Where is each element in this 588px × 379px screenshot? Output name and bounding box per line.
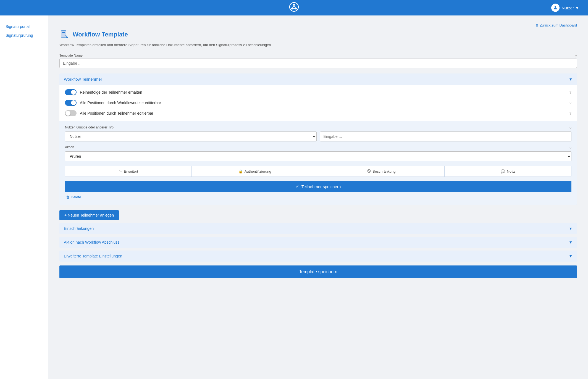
svg-point-2: [291, 7, 293, 9]
aktion-label: Aktion: [65, 145, 74, 149]
sidebar-item-signaturportal[interactable]: Signaturportal: [0, 22, 48, 31]
aktion-help[interactable]: ?: [569, 146, 571, 150]
toggle-row-teilnehmer: Alle Positionen durch Teilnehmer editier…: [65, 110, 571, 116]
erweiterte-header[interactable]: Erweiterte Template Einstellungen ▼: [59, 251, 577, 262]
einschraenkungen-section: Einschränkungen ▼: [59, 223, 577, 234]
toggle-teilnehmer-knob: [65, 111, 70, 116]
svg-point-3: [295, 7, 297, 9]
svg-line-4: [293, 6, 294, 8]
participant-form: Nutzer, Gruppe oder anderer Typ ? Nutzer…: [59, 121, 577, 205]
beschraenkung-icon: [367, 169, 371, 174]
add-participant-button[interactable]: + Neuen Teilnehmer anlegen: [59, 210, 119, 220]
workflow-teilnehmer-title: Workflow Teilnehmer: [64, 77, 102, 81]
workflow-teilnehmer-section: Workflow Teilnehmer ▼ Reihenfolge der Te…: [59, 73, 577, 205]
svg-rect-9: [62, 32, 65, 33]
aktion-select[interactable]: Prüfen Unterschreiben Genehmigen: [65, 151, 571, 161]
tab-beschraenkung[interactable]: Beschränkung: [318, 166, 445, 177]
template-name-label-row: Template Name ?: [59, 54, 577, 59]
workflow-teilnehmer-chevron: ▼: [569, 77, 573, 81]
template-name-help[interactable]: ?: [575, 54, 577, 58]
back-to-dashboard-link[interactable]: ⊕ Zurück zum Dashboard: [536, 23, 577, 27]
erweiterte-section: Erweiterte Template Einstellungen ▼: [59, 251, 577, 262]
svg-rect-10: [62, 34, 64, 34]
page-icon: [59, 30, 69, 40]
page-description: Workflow Templates erstellen und mehrere…: [59, 43, 577, 47]
aktion-chevron: ▼: [569, 240, 573, 244]
sidebar: Signaturportal Signaturprüfung: [0, 15, 48, 379]
aktion-title: Aktion nach Workflow Abschluss: [64, 240, 119, 244]
toggle-workflownutzer-knob: [71, 100, 76, 105]
template-name-label: Template Name: [59, 54, 83, 57]
tab-beschraenkung-label: Beschränkung: [372, 169, 395, 173]
svg-point-1: [293, 4, 295, 6]
toggle-reihenfolge-help[interactable]: ?: [569, 90, 571, 94]
toggle-workflownutzer[interactable]: [65, 100, 77, 106]
main-content: ⊕ Zurück zum Dashboard Workflow Template…: [48, 15, 588, 379]
aktion-group: Aktion ? Prüfen Unterschreiben Genehmige…: [65, 145, 571, 161]
tab-erweitert[interactable]: 〜 Erweitert: [65, 166, 192, 177]
page-header: Workflow Template: [59, 30, 577, 40]
toggle-teilnehmer[interactable]: [65, 110, 77, 116]
tab-notiz-label: Notiz: [507, 169, 515, 173]
toggle-reihenfolge[interactable]: [65, 89, 77, 95]
authentifizierung-icon: 🔒: [238, 169, 243, 173]
user-avatar: [551, 4, 560, 12]
back-icon: ⊕: [536, 23, 539, 27]
save-participant-label: Teilnehmer speichern: [301, 184, 341, 189]
workflow-teilnehmer-header[interactable]: Workflow Teilnehmer ▼: [59, 73, 577, 85]
save-participant-button[interactable]: ✓ Teilnehmer speichern: [65, 181, 571, 192]
sidebar-item-signaturpruefung[interactable]: Signaturprüfung: [0, 31, 48, 40]
svg-line-13: [368, 170, 370, 172]
toggle-workflownutzer-help[interactable]: ?: [569, 101, 571, 105]
name-input[interactable]: [320, 131, 572, 141]
delete-icon: 🗑: [66, 195, 70, 199]
tab-authentifizierung[interactable]: 🔒 Authentifizierung: [192, 166, 318, 177]
topnav: Nutzer ▼: [0, 0, 588, 15]
toggle-teilnehmer-label: Alle Positionen durch Teilnehmer editier…: [80, 111, 153, 115]
type-label: Nutzer, Gruppe oder anderer Typ: [65, 125, 114, 129]
participant-tabs: 〜 Erweitert 🔒 Authentifizierung Beschrän…: [65, 166, 571, 177]
svg-line-5: [294, 6, 296, 8]
delete-label: Delete: [71, 195, 81, 199]
erweitert-icon: 〜: [119, 169, 122, 174]
einschraenkungen-header[interactable]: Einschränkungen ▼: [59, 223, 577, 234]
tab-authentifizierung-label: Authentifizierung: [245, 169, 271, 173]
save-participant-icon: ✓: [296, 184, 299, 189]
aktion-header[interactable]: Aktion nach Workflow Abschluss ▼: [59, 237, 577, 248]
toggles-area: Reihenfolge der Teilnehmer erhalten ? Al…: [59, 85, 577, 121]
aktion-section: Aktion nach Workflow Abschluss ▼: [59, 237, 577, 248]
erweiterte-chevron: ▼: [569, 254, 573, 258]
toggle-workflownutzer-label: Alle Positionen durch Workflownutzer edi…: [80, 101, 161, 105]
toggle-reihenfolge-knob: [71, 90, 76, 95]
type-help[interactable]: ?: [569, 126, 571, 130]
type-label-row: Nutzer, Gruppe oder anderer Typ ?: [65, 125, 571, 130]
back-link-row: ⊕ Zurück zum Dashboard: [59, 23, 577, 27]
delete-participant-link[interactable]: 🗑 Delete: [65, 195, 571, 199]
user-label: Nutzer ▼: [562, 6, 579, 10]
toggle-reihenfolge-label: Reihenfolge der Teilnehmer erhalten: [80, 90, 142, 94]
type-name-row: Nutzer Gruppe Anderer Typ: [65, 131, 571, 141]
app-logo: [289, 2, 299, 14]
einschraenkungen-title: Einschränkungen: [64, 226, 94, 231]
toggle-row-workflownutzer: Alle Positionen durch Workflownutzer edi…: [65, 100, 571, 106]
toggle-teilnehmer-help[interactable]: ?: [569, 111, 571, 115]
toggle-row-reihenfolge: Reihenfolge der Teilnehmer erhalten ?: [65, 89, 571, 95]
svg-point-7: [555, 6, 556, 8]
tab-notiz[interactable]: 💬 Notiz: [445, 166, 571, 177]
template-name-input[interactable]: [59, 59, 577, 68]
type-select[interactable]: Nutzer Gruppe Anderer Typ: [65, 131, 317, 141]
template-name-group: Template Name ?: [59, 54, 577, 68]
einschraenkungen-chevron: ▼: [569, 226, 573, 231]
erweiterte-title: Erweiterte Template Einstellungen: [64, 254, 122, 258]
user-menu[interactable]: Nutzer ▼: [551, 4, 579, 12]
page-title: Workflow Template: [73, 31, 128, 38]
template-save-button[interactable]: Template speichern: [59, 265, 577, 278]
aktion-label-row: Aktion ?: [65, 145, 571, 150]
tab-erweitert-label: Erweitert: [124, 169, 138, 173]
notiz-icon: 💬: [501, 169, 505, 173]
